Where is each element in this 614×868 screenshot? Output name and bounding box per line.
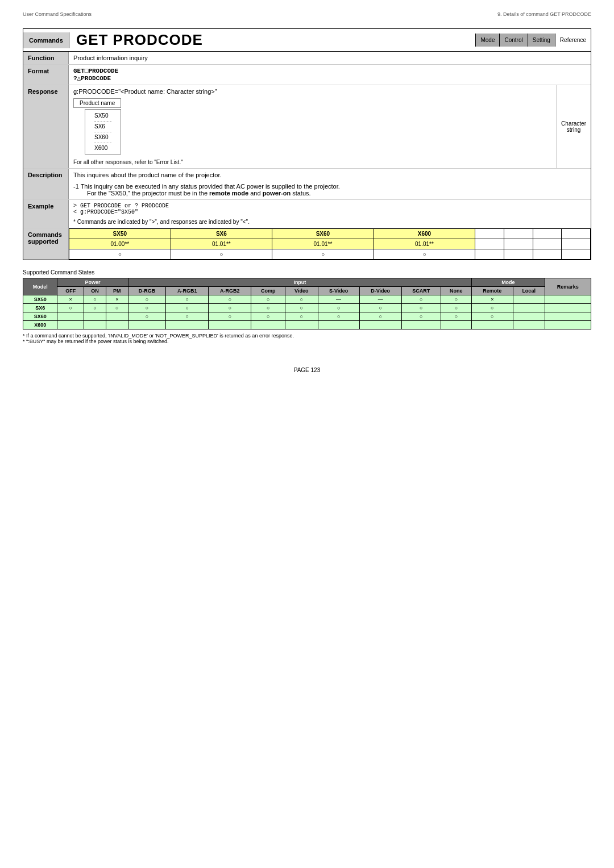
footnotes: * If a command cannot be supported, 'INV… bbox=[23, 333, 591, 344]
x600-scart bbox=[401, 321, 441, 329]
sx60-video: ○ bbox=[285, 312, 318, 321]
model-sx60: SX60 bbox=[23, 312, 57, 321]
sx50-svideo: — bbox=[318, 295, 359, 304]
cs-ver-sx6: 01.01** bbox=[171, 239, 272, 249]
states-table: Model Power Input Mode Remarks OFF ON PM… bbox=[23, 278, 591, 329]
x600-remarks bbox=[545, 321, 591, 329]
cs-ver-x600: 01.01** bbox=[374, 239, 475, 249]
sx6-comp: ○ bbox=[251, 304, 285, 312]
x600-dvideo bbox=[359, 321, 401, 329]
product-item-sx60: SX60 bbox=[94, 132, 111, 143]
commands-label: Commands bbox=[23, 32, 69, 48]
command-title: GET PRODCODE bbox=[69, 29, 476, 51]
example-content: > GET PRODCODE or ? PRODCODE < g:PRODCOD… bbox=[69, 200, 254, 228]
sx6-off: ○ bbox=[57, 304, 84, 312]
col-video: Video bbox=[285, 287, 318, 295]
product-name-box: Product name bbox=[73, 98, 121, 108]
sx60-pm bbox=[106, 312, 128, 321]
commands-supported-row: Commands supported SX50 SX6 SX60 X600 01… bbox=[23, 228, 591, 260]
cs-circle-row: ○ ○ ○ ○ bbox=[69, 249, 591, 260]
commands-supported-table: SX50 SX6 SX60 X600 01.00** 01.01** 01.01… bbox=[69, 228, 591, 260]
format-row: Format GET□PRODCODE ?△PRODCODE bbox=[23, 65, 591, 85]
tab-mode: Mode bbox=[475, 34, 499, 47]
x600-comp bbox=[251, 321, 285, 329]
example-line2: < g:PRODCODE="SX50" bbox=[73, 209, 250, 215]
x600-pm bbox=[106, 321, 128, 329]
description-text2: -1 This inquiry can be executed in any s… bbox=[73, 183, 586, 190]
product-list: SX50 SX6 SX60 X600 bbox=[85, 109, 121, 155]
sx60-scart: ○ bbox=[401, 312, 441, 321]
response-footnote: For all other responses, refer to "Error… bbox=[73, 159, 551, 165]
description-content: This inquires about the product name of … bbox=[69, 169, 591, 199]
col-none: None bbox=[441, 287, 471, 295]
states-header-sub: OFF ON PM D-RGB A-RGB1 A-RGB2 Comp Video… bbox=[23, 287, 591, 295]
col-mode: Mode bbox=[472, 278, 545, 287]
sx6-remote: ○ bbox=[472, 304, 513, 312]
cs-circ-sx60: ○ bbox=[272, 249, 374, 260]
x600-argb1 bbox=[166, 321, 209, 329]
sx50-local bbox=[513, 295, 545, 304]
cs-ver-sx50: 01.00** bbox=[69, 239, 171, 249]
cs-circ-x600: ○ bbox=[374, 249, 475, 260]
example-row: Example > GET PRODCODE or ? PRODCODE < g… bbox=[23, 200, 591, 228]
sx50-remote: × bbox=[472, 295, 513, 304]
states-row-sx60: SX60 ○ ○ ○ ○ ○ ○ ○ ○ ○ ○ bbox=[23, 312, 591, 321]
command-title-row: Commands GET PRODCODE Mode Control Setti… bbox=[23, 29, 591, 52]
header-right: 9. Details of command GET PRODCODE bbox=[497, 11, 591, 17]
sx60-off bbox=[57, 312, 84, 321]
response-row: Response g:PRODCODE="<Product name: Char… bbox=[23, 85, 591, 169]
format-label: Format bbox=[23, 65, 69, 85]
sx60-argb2: ○ bbox=[209, 312, 251, 321]
x600-off bbox=[57, 321, 84, 329]
sx50-dvideo: — bbox=[359, 295, 401, 304]
sx50-none: ○ bbox=[441, 295, 471, 304]
cs-version-row: 01.00** 01.01** 01.01** 01.01** bbox=[69, 239, 591, 249]
supported-states-section: Supported Command States Model Power Inp… bbox=[23, 269, 591, 344]
x600-remote bbox=[472, 321, 513, 329]
states-header-top: Model Power Input Mode Remarks bbox=[23, 278, 591, 287]
format-line1: GET□PRODCODE bbox=[73, 68, 118, 74]
col-remarks: Remarks bbox=[545, 278, 591, 295]
commands-supported-label: Commands supported bbox=[23, 228, 69, 260]
model-sx6: SX6 bbox=[23, 304, 57, 312]
sx60-drgb: ○ bbox=[128, 312, 165, 321]
sx60-argb1: ○ bbox=[166, 312, 209, 321]
col-model: Model bbox=[23, 278, 57, 295]
footnote-2: * ":BUSY" may be returned if the power s… bbox=[23, 339, 591, 344]
x600-on bbox=[84, 321, 106, 329]
sx6-local bbox=[513, 304, 545, 312]
sx60-dvideo: ○ bbox=[359, 312, 401, 321]
tab-control: Control bbox=[499, 34, 527, 47]
sx60-none: ○ bbox=[441, 312, 471, 321]
col-comp: Comp bbox=[251, 287, 285, 295]
header-left: User Command Specifications bbox=[23, 11, 92, 17]
format-content: GET□PRODCODE ?△PRODCODE bbox=[69, 65, 123, 85]
sx50-comp: ○ bbox=[251, 295, 285, 304]
sx6-drgb: ○ bbox=[128, 304, 165, 312]
sx50-drgb: ○ bbox=[128, 295, 165, 304]
description-text1: This inquires about the product name of … bbox=[73, 172, 586, 178]
col-dvideo: D-Video bbox=[359, 287, 401, 295]
sx50-video: ○ bbox=[285, 295, 318, 304]
product-item-x600: X600 bbox=[94, 143, 111, 153]
sx50-argb1: ○ bbox=[166, 295, 209, 304]
sx6-argb2: ○ bbox=[209, 304, 251, 312]
states-row-x600: X600 bbox=[23, 321, 591, 329]
col-local: Local bbox=[513, 287, 545, 295]
sx60-comp: ○ bbox=[251, 312, 285, 321]
sx50-pm: × bbox=[106, 295, 128, 304]
cs-circ-sx50: ○ bbox=[69, 249, 171, 260]
page-footer: PAGE 123 bbox=[23, 367, 591, 373]
sx6-pm: ○ bbox=[106, 304, 128, 312]
x600-local bbox=[513, 321, 545, 329]
function-row: Function Product information inquiry bbox=[23, 52, 591, 65]
description-row: Description This inquires about the prod… bbox=[23, 169, 591, 200]
response-label: Response bbox=[23, 85, 69, 168]
col-power: Power bbox=[57, 278, 128, 287]
model-x600: X600 bbox=[23, 321, 57, 329]
description-text3: For the "SX50," the projector must be in… bbox=[73, 190, 586, 197]
cs-col-sx50: SX50 bbox=[69, 229, 171, 239]
x600-drgb bbox=[128, 321, 165, 329]
cs-circ-sx6: ○ bbox=[171, 249, 272, 260]
sx6-argb1: ○ bbox=[166, 304, 209, 312]
